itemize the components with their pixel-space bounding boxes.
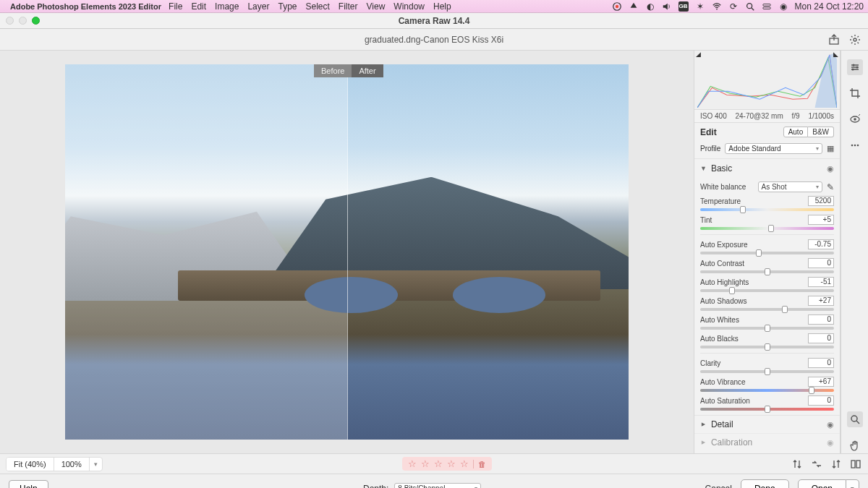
- star-1-icon[interactable]: ☆: [408, 458, 417, 469]
- menu-view[interactable]: View: [367, 1, 386, 12]
- settings-icon[interactable]: [848, 33, 861, 46]
- exif-iso: ISO 400: [700, 112, 727, 120]
- profile-browser-icon[interactable]: ▦: [827, 144, 834, 153]
- slider-value[interactable]: -51: [808, 277, 834, 287]
- eyedropper-icon[interactable]: ✎: [827, 182, 834, 192]
- sync-icon[interactable]: ⟳: [728, 1, 739, 12]
- svg-point-2: [716, 8, 718, 9]
- crop-tool-icon[interactable]: [847, 85, 863, 101]
- after-label[interactable]: After: [352, 64, 383, 77]
- star-5-icon[interactable]: ☆: [460, 458, 469, 469]
- basic-visibility-icon[interactable]: ◉: [827, 164, 834, 174]
- calibration-section-header[interactable]: ▼ Calibration ◉: [694, 433, 840, 451]
- slider-value[interactable]: 0: [808, 358, 834, 368]
- slider-track[interactable]: [700, 227, 834, 230]
- slider-value[interactable]: 5200: [808, 196, 834, 206]
- slider-value[interactable]: 0: [808, 333, 834, 343]
- preview-canvas[interactable]: Before After: [0, 51, 694, 453]
- export-icon[interactable]: [827, 33, 840, 46]
- svg-point-17: [854, 145, 856, 147]
- svg-line-4: [751, 7, 754, 10]
- histogram[interactable]: ◢ ◣: [694, 51, 840, 110]
- wb-select[interactable]: As Shot▾: [758, 181, 823, 192]
- slider-value[interactable]: +27: [808, 296, 834, 306]
- open-menu-icon[interactable]: ▾: [846, 479, 859, 489]
- slider-track[interactable]: [700, 308, 834, 311]
- open-button[interactable]: Open: [798, 479, 846, 489]
- slider-value[interactable]: -0.75: [808, 239, 834, 249]
- bw-button[interactable]: B&W: [808, 127, 834, 137]
- before-after-divider[interactable]: [347, 64, 348, 440]
- slider-value[interactable]: 0: [808, 258, 834, 268]
- menu-file[interactable]: File: [169, 1, 182, 12]
- menubar-clock[interactable]: Mon 24 Oct 12:20: [795, 1, 864, 12]
- wifi-icon[interactable]: [712, 1, 722, 12]
- spotlight-icon[interactable]: [745, 1, 755, 12]
- menubar-app-name[interactable]: Adobe Photoshop Elements 2023 Editor: [10, 2, 161, 11]
- slider-track[interactable]: [700, 270, 834, 273]
- star-4-icon[interactable]: ☆: [447, 458, 456, 469]
- slider-value[interactable]: +5: [808, 215, 834, 225]
- zoom-tool-icon[interactable]: [847, 411, 863, 427]
- menu-select[interactable]: Select: [305, 1, 329, 12]
- help-button[interactable]: Help: [9, 480, 48, 489]
- done-button[interactable]: Done: [741, 479, 789, 489]
- menu-filter[interactable]: Filter: [339, 1, 358, 12]
- menu-type[interactable]: Type: [278, 1, 297, 12]
- siri-icon[interactable]: ◉: [778, 1, 788, 12]
- profile-select[interactable]: Adobe Standard▾: [725, 143, 822, 154]
- svg-rect-22: [856, 461, 860, 468]
- view-mode-icon[interactable]: [850, 458, 862, 470]
- slider-track[interactable]: [700, 208, 834, 211]
- star-3-icon[interactable]: ☆: [434, 458, 443, 469]
- bluetooth-icon[interactable]: ✶: [695, 1, 705, 12]
- compare-toggle-1-icon[interactable]: [791, 458, 804, 470]
- slider-track[interactable]: [700, 389, 834, 392]
- slider-value[interactable]: 0: [808, 314, 834, 325]
- slider-track[interactable]: [700, 346, 834, 348]
- slider-auto shadows: Auto Shadows +27: [700, 296, 834, 311]
- zoom-100-button[interactable]: 100%: [54, 458, 89, 471]
- more-icon[interactable]: [847, 137, 863, 153]
- delete-icon[interactable]: 🗑: [473, 460, 486, 468]
- volume-icon[interactable]: [662, 1, 672, 12]
- status-record-icon[interactable]: [612, 1, 622, 12]
- input-lang-icon[interactable]: GB: [678, 1, 689, 12]
- menu-help[interactable]: Help: [433, 1, 451, 12]
- cancel-button[interactable]: Cancel: [705, 484, 732, 489]
- slider-track[interactable]: [700, 327, 834, 330]
- compare-toggle-3-icon[interactable]: [830, 458, 843, 470]
- before-label[interactable]: Before: [314, 64, 352, 77]
- control-center-icon[interactable]: [762, 1, 772, 12]
- edit-tool-icon[interactable]: [847, 59, 863, 75]
- slider-track[interactable]: [700, 289, 834, 292]
- compare-toggle-2-icon[interactable]: [811, 458, 823, 470]
- calibration-visibility-icon[interactable]: ◉: [827, 438, 834, 448]
- zoom-fit-button[interactable]: Fit (40%): [7, 458, 54, 471]
- slider-track[interactable]: [700, 408, 834, 411]
- hand-tool-icon[interactable]: [847, 437, 863, 453]
- menu-image[interactable]: Image: [215, 1, 239, 12]
- slider-auto whites: Auto Whites 0: [700, 314, 834, 330]
- detail-section-header[interactable]: ▼ Detail ◉: [694, 415, 840, 433]
- slider-track[interactable]: [700, 370, 834, 373]
- menu-layer[interactable]: Layer: [247, 1, 269, 12]
- display-icon[interactable]: ◐: [645, 1, 655, 12]
- menu-window[interactable]: Window: [393, 1, 425, 12]
- redeye-tool-icon[interactable]: [847, 111, 863, 127]
- notification-icon[interactable]: [629, 1, 639, 12]
- menu-edit[interactable]: Edit: [191, 1, 206, 12]
- clip-highlight-icon[interactable]: ◣: [833, 51, 838, 58]
- slider-track[interactable]: [700, 252, 834, 254]
- basic-disclosure-icon[interactable]: ▼: [700, 165, 707, 172]
- file-name: graduated.dng: [365, 35, 420, 45]
- auto-button[interactable]: Auto: [783, 127, 809, 137]
- slider-label: Auto Whites: [700, 316, 808, 324]
- depth-select[interactable]: 8 Bits/Channel▾: [394, 483, 481, 488]
- detail-visibility-icon[interactable]: ◉: [827, 420, 834, 429]
- clip-shadow-icon[interactable]: ◢: [696, 51, 701, 58]
- slider-value[interactable]: 0: [808, 395, 834, 406]
- zoom-menu-icon[interactable]: ▾: [90, 458, 102, 471]
- slider-value[interactable]: +67: [808, 377, 834, 387]
- star-2-icon[interactable]: ☆: [421, 458, 430, 469]
